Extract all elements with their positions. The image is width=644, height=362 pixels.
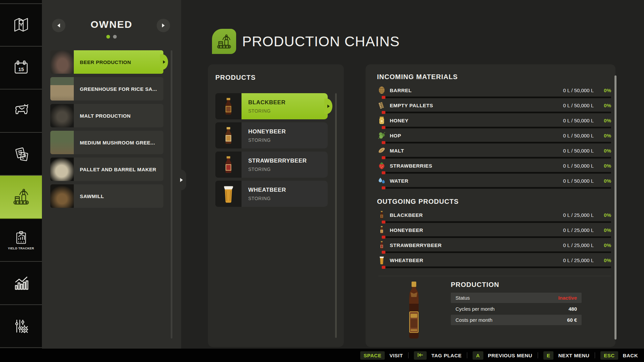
product-item[interactable]: BLACKBEER STORING	[215, 93, 328, 119]
keybind-bar: SPACE VISIT TAG PLACEA PREVIOUS MENUE NE…	[0, 349, 644, 362]
owned-building-item[interactable]: SAWMILL	[50, 184, 163, 208]
material-row[interactable]: STRAWBERRIES 0 L / 50,000 L 0%	[377, 161, 611, 176]
sidebar-item-map[interactable]	[0, 3, 42, 47]
wheatbeer-icon	[377, 256, 386, 264]
material-percent: 0%	[594, 242, 611, 248]
material-amount: 0 L / 50,000 L	[563, 118, 594, 123]
keybind-label: TAG PLACE	[431, 353, 462, 358]
building-thumbnail	[50, 50, 74, 74]
fill-level-bar	[382, 251, 611, 253]
product-name: WHEATBEER	[248, 187, 328, 193]
building-thumbnail	[50, 131, 74, 154]
fill-level-bar	[382, 97, 611, 98]
product-status: STORING	[248, 137, 328, 143]
material-label: WHEATBEER	[390, 257, 423, 263]
material-amount: 0 L / 50,000 L	[563, 87, 594, 93]
material-amount: 0 L / 50,000 L	[563, 148, 594, 154]
fill-level-bar	[382, 142, 611, 143]
owned-building-item[interactable]: MALT PRODUCTION	[50, 104, 163, 127]
production-table-row: Status Inactive	[451, 293, 582, 303]
owned-panel: OWNED BEER PRODUCTION GREENHOUSE FOR RIC…	[42, 0, 181, 349]
fill-marker	[382, 236, 385, 239]
fill-marker	[382, 141, 385, 144]
keybind-separator	[595, 352, 595, 358]
collapse-panel-toggle[interactable]	[177, 170, 186, 190]
fill-marker	[382, 171, 385, 174]
material-row[interactable]: HONEY 0 L / 50,000 L 0%	[377, 116, 611, 131]
outgoing-products-title: OUTGOING PRODUCTS	[377, 198, 611, 205]
owned-building-item[interactable]: GREENHOUSE FOR RICE SA...	[50, 77, 163, 101]
material-row[interactable]: WHEATBEER 0 L / 25,000 L 0%	[377, 255, 611, 270]
production-row-label: Status	[455, 295, 470, 301]
yield-tracker-icon	[13, 230, 29, 245]
production-summary: PRODUCTION Status InactiveCycles per mon…	[377, 281, 611, 341]
products-scrollbar[interactable]	[335, 93, 337, 338]
product-item[interactable]: HONEYBEER STORING	[215, 122, 328, 148]
settings-icon	[12, 317, 31, 336]
honeybeer-icon	[377, 226, 386, 234]
material-row[interactable]: EMPTY PALLETS 0 L / 50,000 L 0%	[377, 101, 611, 116]
product-status: STORING	[248, 167, 328, 172]
production-row-label: Costs per month	[455, 317, 492, 323]
product-name: BLACKBEER	[248, 99, 328, 106]
page-dot-inactive	[113, 35, 117, 39]
fill-marker	[382, 111, 385, 114]
sidebar-item-yield-tracker[interactable]: YIELD TRACKER	[0, 219, 42, 262]
sidebar-item-animals[interactable]	[0, 89, 42, 133]
building-label: MEDIUM MUSHROOM GREE...	[80, 140, 155, 145]
owned-building-item[interactable]: MEDIUM MUSHROOM GREE...	[50, 131, 163, 154]
fill-level-bar	[382, 112, 611, 113]
material-row[interactable]: MALT 0 L / 50,000 L 0%	[377, 146, 611, 161]
sidebar-item-settings[interactable]	[0, 305, 42, 348]
material-amount: 0 L / 50,000 L	[563, 178, 594, 184]
owned-building-item[interactable]: BEER PRODUCTION	[50, 50, 163, 74]
keybind-previous-menu[interactable]: A PREVIOUS MENU	[473, 351, 532, 360]
material-amount: 0 L / 25,000 L	[563, 212, 594, 218]
owned-building-item[interactable]: PALLET AND BARREL MAKER	[50, 158, 163, 181]
selected-arrow-icon	[324, 99, 332, 114]
fill-marker	[382, 156, 385, 159]
material-label: MALT	[390, 148, 404, 154]
products-list: BLACKBEER STORING HONEYBEER STORING STRA…	[215, 93, 328, 210]
owned-scrollbar[interactable]	[171, 50, 172, 339]
product-item[interactable]: WHEATBEER STORING	[215, 181, 328, 207]
left-icon-sidebar: 15	[0, 0, 42, 349]
material-row[interactable]: HONEYBEER 0 L / 25,000 L 0%	[377, 225, 611, 240]
product-item[interactable]: STRAWBERRYBEER STORING	[215, 152, 328, 178]
material-row[interactable]: BARREL 0 L / 50,000 L 0%	[377, 85, 611, 101]
production-title: PRODUCTION	[451, 281, 582, 289]
malt-icon	[377, 146, 386, 155]
material-row[interactable]: STRAWBERRYBEER 0 L / 25,000 L 0%	[377, 240, 611, 255]
material-amount: 0 L / 50,000 L	[563, 133, 594, 138]
keybind-next-menu[interactable]: E NEXT MENU	[543, 351, 589, 360]
product-status: STORING	[248, 108, 328, 114]
sidebar-item-calendar[interactable]: 15	[0, 47, 42, 90]
keybind-separator	[408, 352, 409, 358]
sidebar-item-statistics[interactable]	[0, 262, 42, 305]
details-scrollbar[interactable]	[614, 75, 616, 340]
key-cap: SPACE	[360, 351, 385, 360]
material-row[interactable]: BLACKBEER 0 L / 25,000 L 0%	[377, 210, 611, 225]
building-label: SAWMILL	[80, 193, 104, 199]
right-arrow-icon	[162, 23, 165, 27]
owned-next-button[interactable]	[157, 19, 170, 32]
sidebar-item-contracts[interactable]	[0, 133, 42, 176]
material-row[interactable]: WATER 0 L / 50,000 L 0%	[377, 176, 611, 191]
keybind-back[interactable]: ESC BACK	[600, 351, 638, 360]
blackbeer-icon	[377, 210, 386, 219]
material-percent: 0%	[594, 227, 611, 233]
material-row[interactable]: HOP 0 L / 50,000 L 0%	[377, 131, 611, 146]
selected-arrow-icon	[160, 54, 168, 70]
material-percent: 0%	[594, 178, 611, 184]
statistics-icon	[12, 274, 31, 292]
tab-arrow-icon	[414, 351, 427, 360]
incoming-materials-list: BARREL 0 L / 50,000 L 0% EMPTY PALLETS 0…	[377, 85, 611, 191]
sidebar-item-production[interactable]	[0, 176, 42, 219]
keybind-tag-place[interactable]: TAG PLACE	[414, 351, 462, 360]
material-label: HOP	[390, 133, 401, 138]
material-label: HONEYBEER	[390, 227, 423, 233]
products-title: PRODUCTS	[215, 74, 256, 81]
cow-icon	[12, 101, 31, 120]
keybind-visit[interactable]: SPACE VISIT	[360, 351, 403, 360]
building-thumbnail	[50, 158, 74, 181]
